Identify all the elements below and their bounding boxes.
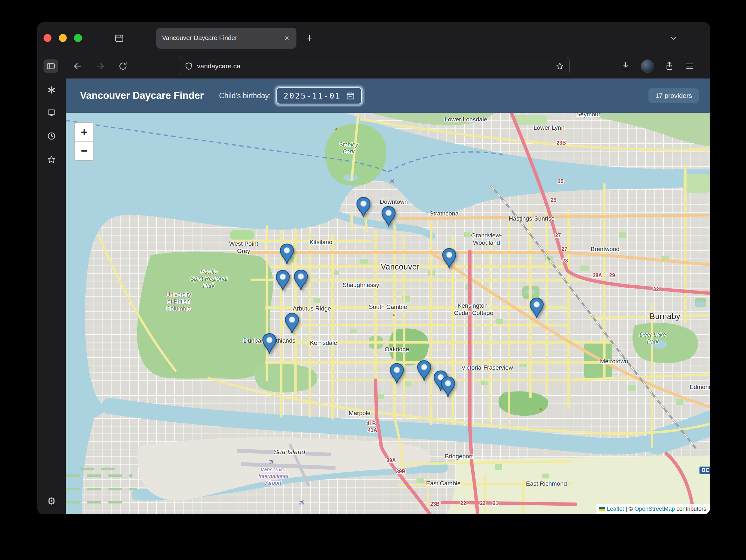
attribution-separator: | © — [624, 506, 634, 512]
tab-library-button[interactable] — [114, 33, 124, 44]
map-marker[interactable] — [284, 312, 300, 335]
chatgpt-sidebar-item[interactable]: ✻ — [47, 85, 55, 95]
tab-close-icon[interactable] — [283, 34, 291, 42]
route-number: 21 — [493, 501, 498, 506]
map-label: Edmonds — [690, 383, 710, 391]
forward-arrow-icon — [95, 61, 106, 72]
avatar — [641, 59, 654, 73]
tab-title: Vancouver Daycare Finder — [162, 34, 283, 41]
tab-bar: Vancouver Daycare Finder — [37, 22, 710, 54]
navigation-toolbar: vandaycare.ca — [37, 54, 710, 79]
settings-sidebar-item[interactable]: ⚙ — [47, 497, 56, 506]
map-label: East Cambie — [426, 480, 461, 487]
devices-sidebar-item[interactable] — [47, 108, 56, 118]
map[interactable]: Lower LonsdaleLower LynnSeymourStanley P… — [66, 113, 710, 514]
route-number: 23B — [430, 501, 439, 507]
map-marker[interactable] — [380, 206, 397, 228]
forward-button[interactable] — [95, 61, 106, 72]
map-label: West Point Grey — [229, 240, 258, 255]
map-marker[interactable] — [440, 376, 456, 398]
history-sidebar-item[interactable] — [47, 131, 56, 142]
shield-icon — [184, 62, 193, 71]
share-button[interactable] — [664, 61, 675, 71]
map-label: Vancouver International Airport — [258, 467, 288, 486]
map-label: Oakridge — [385, 345, 409, 353]
map-label: Hastings-Sunrise — [509, 215, 555, 222]
sidebar-toggle-button[interactable] — [44, 59, 58, 73]
route-number: 28 — [562, 258, 568, 264]
map-label: Brentwood — [591, 246, 620, 253]
route-number: 39B — [396, 469, 405, 475]
map-marker[interactable] — [293, 269, 309, 291]
map-marker[interactable] — [279, 243, 295, 265]
tab-vancouver-daycare-finder[interactable]: Vancouver Daycare Finder — [156, 28, 296, 49]
map-label: University of British Columbia — [166, 291, 191, 312]
map-marker[interactable] — [261, 333, 278, 355]
map-marker[interactable] — [416, 360, 432, 382]
zoom-out-button[interactable]: − — [75, 141, 93, 160]
bookmarks-sidebar-item[interactable] — [47, 155, 56, 166]
zoom-in-button[interactable]: + — [75, 123, 93, 141]
new-tab-button[interactable] — [305, 33, 314, 43]
map-label: Victoria-Fraserview — [461, 364, 513, 371]
map-label: Bridgeport — [445, 453, 473, 460]
birthday-value: 2025-11-01 — [283, 91, 341, 101]
route-number: 25 — [551, 197, 556, 203]
route-number: 41A — [368, 427, 377, 433]
library-icon — [114, 33, 124, 44]
route-number: 25 — [558, 178, 564, 184]
route-number: 28A — [593, 273, 602, 278]
route-number: 23B — [557, 140, 566, 146]
close-window-button[interactable] — [44, 34, 52, 42]
route-number: 41B — [367, 421, 376, 426]
plus-icon — [305, 33, 314, 43]
sidebar-icon — [46, 61, 56, 71]
map-marker[interactable] — [275, 270, 291, 292]
map-label: Downtown — [380, 198, 408, 206]
map-label: Sea Island — [274, 448, 305, 456]
map-label: Kerrisdale — [310, 339, 337, 346]
share-icon — [664, 61, 675, 71]
zoom-window-button[interactable] — [74, 34, 82, 42]
map-marker[interactable] — [441, 248, 458, 270]
monitor-icon — [47, 108, 56, 117]
peak-icon: ▲ — [334, 126, 339, 131]
clock-icon — [47, 131, 56, 141]
traffic-lights — [37, 34, 82, 42]
url-bar[interactable]: vandaycare.ca — [179, 57, 570, 75]
birthday-label: Child's birthday: — [219, 91, 271, 100]
map-label: Shaughnessy — [343, 281, 379, 288]
reload-button[interactable] — [118, 61, 128, 71]
map-label: Grandview- Woodland — [471, 231, 502, 246]
downloads-button[interactable] — [621, 61, 631, 71]
map-overlay: Lower LonsdaleLower LynnSeymourStanley P… — [66, 113, 710, 514]
calendar-icon[interactable] — [346, 91, 355, 100]
web-page: Vancouver Daycare Finder Child's birthda… — [66, 79, 710, 514]
map-attribution: Leaflet | © OpenStreetMap contributors — [596, 504, 710, 514]
ukraine-flag-icon — [599, 507, 605, 511]
birthday-input[interactable]: 2025-11-01 — [277, 87, 362, 104]
url-text: vandaycare.ca — [197, 62, 551, 70]
map-label: East Richmond — [526, 480, 567, 487]
route-number: 22 — [460, 501, 466, 506]
tab-list-button[interactable] — [669, 33, 678, 43]
reload-icon — [118, 61, 128, 71]
map-marker[interactable] — [389, 363, 405, 385]
openstreetmap-link[interactable]: OpenStreetMap — [634, 506, 675, 512]
account-button[interactable] — [641, 59, 654, 73]
map-marker[interactable] — [355, 196, 372, 219]
back-arrow-icon — [72, 61, 83, 72]
peak-icon: ▲ — [539, 406, 543, 411]
peak-icon: ▲ — [392, 312, 396, 317]
leaflet-link[interactable]: Leaflet — [607, 506, 624, 512]
hamburger-icon — [685, 61, 695, 71]
map-label: Pacific Spirit Regional Park — [190, 269, 228, 289]
chevron-down-icon — [669, 33, 678, 43]
menu-button[interactable] — [685, 61, 695, 71]
route-number: 32 — [653, 287, 659, 292]
bookmark-star-icon[interactable] — [555, 62, 564, 71]
minimize-window-button[interactable] — [59, 34, 67, 42]
highway-shield: BC — [699, 467, 710, 474]
back-button[interactable] — [72, 61, 83, 72]
map-marker[interactable] — [528, 297, 545, 319]
